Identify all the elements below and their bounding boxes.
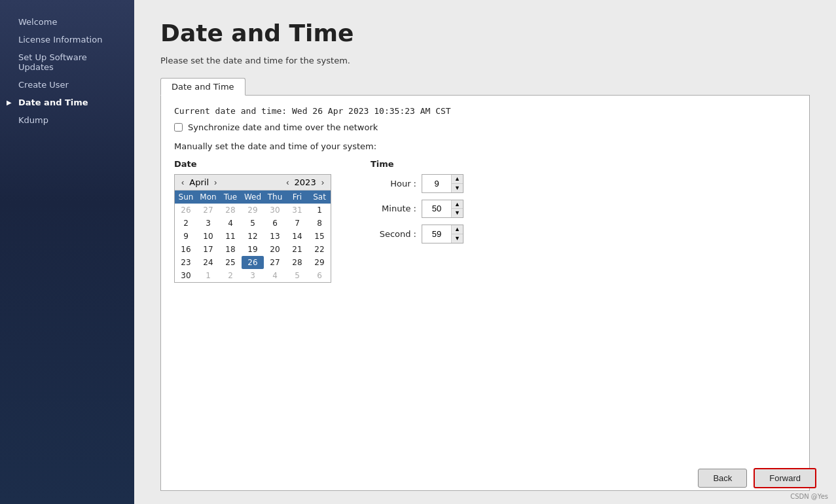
sidebar-item-create-user[interactable]: Create User [0,76,134,94]
minute-spinner: ▲ ▼ [422,200,463,219]
cal-day[interactable]: 18 [219,243,242,256]
next-month-btn[interactable]: › [211,177,219,187]
footer-credit: CSDN @Yes [790,493,828,500]
forward-button[interactable]: Forward [754,468,816,488]
manually-label: Manually set the date and time of your s… [174,141,796,151]
tab-header: Date and Time [160,77,810,95]
cal-day[interactable]: 6 [264,217,286,230]
second-input[interactable] [422,228,451,240]
sidebar-item-license[interactable]: License Information [0,31,134,48]
calendar-section: Date ‹ April › ‹ 2023 › [174,159,331,283]
sidebar-item-date-time[interactable]: Date and Time [0,94,134,111]
tab-content: Current date and time: Wed 26 Apr 2023 1… [160,95,810,491]
cal-day[interactable]: 24 [197,256,219,269]
second-up-btn[interactable]: ▲ [452,225,463,234]
cal-day[interactable]: 28 [219,204,242,217]
sidebar-item-software-updates[interactable]: Set Up Software Updates [0,48,134,76]
time-section: Time Hour : ▲ ▼ Minute : [371,159,463,250]
cal-day[interactable]: 30 [264,204,286,217]
cal-day[interactable]: 3 [197,217,219,230]
main-content: Date and Time Please set the date and ti… [134,0,836,504]
sync-row: Synchronize date and time over the netwo… [174,122,796,132]
minute-down-btn[interactable]: ▼ [452,209,463,217]
cal-day[interactable]: 1 [197,269,219,282]
cal-day[interactable]: 23 [175,256,197,269]
back-button[interactable]: Back [698,469,747,488]
cal-day[interactable]: 27 [264,256,286,269]
month-nav: ‹ April › [179,177,219,187]
tab-date-time[interactable]: Date and Time [160,78,245,96]
next-year-btn[interactable]: › [319,177,327,187]
cal-day[interactable]: 3 [242,269,264,282]
cal-day[interactable]: 19 [242,243,264,256]
footer: Back Forward [698,459,816,491]
cal-day[interactable]: 26 [242,256,264,269]
cal-day[interactable]: 15 [308,230,331,243]
cal-day[interactable]: 2 [219,269,242,282]
sync-checkbox[interactable] [174,123,183,132]
cal-day[interactable]: 5 [242,217,264,230]
cal-header-tue: Tue [219,190,242,204]
minute-input[interactable] [422,202,451,215]
calendar-grid: SunMonTueWedThuFriSat 262728293031123456… [175,190,331,282]
cal-day[interactable]: 4 [264,269,286,282]
calendar: ‹ April › ‹ 2023 › SunMonTueWedThuF [174,174,331,283]
year-label: 2023 [295,177,316,187]
hour-input[interactable] [422,177,451,190]
cal-day[interactable]: 30 [175,269,197,282]
cal-day[interactable]: 9 [175,230,197,243]
cal-day[interactable]: 14 [286,230,308,243]
minute-up-btn[interactable]: ▲ [452,200,463,209]
cal-day[interactable]: 16 [175,243,197,256]
cal-day[interactable]: 1 [308,204,331,217]
cal-day[interactable]: 17 [197,243,219,256]
cal-day[interactable]: 8 [308,217,331,230]
minute-spinner-btns: ▲ ▼ [451,200,463,218]
cal-day[interactable]: 26 [175,204,197,217]
cal-day[interactable]: 21 [286,243,308,256]
cal-day[interactable]: 28 [286,256,308,269]
cal-header-wed: Wed [242,190,264,204]
minute-row: Minute : ▲ ▼ [371,200,463,219]
cal-day[interactable]: 31 [286,204,308,217]
cal-day[interactable]: 29 [308,256,331,269]
sync-label: Synchronize date and time over the netwo… [188,122,378,132]
cal-day[interactable]: 5 [286,269,308,282]
second-down-btn[interactable]: ▼ [452,234,463,243]
sidebar-item-welcome[interactable]: Welcome [0,13,134,31]
subtitle: Please set the date and time for the sys… [160,56,810,65]
cal-day[interactable]: 20 [264,243,286,256]
cal-day[interactable]: 25 [219,256,242,269]
cal-day[interactable]: 10 [197,230,219,243]
year-nav: ‹ 2023 › [283,177,327,187]
second-spinner-btns: ▲ ▼ [451,225,463,243]
cal-header-sat: Sat [308,190,331,204]
cal-day[interactable]: 11 [219,230,242,243]
cal-day[interactable]: 27 [197,204,219,217]
cal-day[interactable]: 12 [242,230,264,243]
cal-day[interactable]: 7 [286,217,308,230]
cal-day[interactable]: 2 [175,217,197,230]
hour-down-btn[interactable]: ▼ [452,184,463,192]
prev-month-btn[interactable]: ‹ [179,177,187,187]
cal-day[interactable]: 22 [308,243,331,256]
prev-year-btn[interactable]: ‹ [283,177,291,187]
sidebar-item-kdump[interactable]: Kdump [0,111,134,129]
date-time-row: Date ‹ April › ‹ 2023 › [174,159,796,283]
cal-day[interactable]: 13 [264,230,286,243]
current-datetime: Current date and time: Wed 26 Apr 2023 1… [174,106,796,116]
hour-row: Hour : ▲ ▼ [371,174,463,193]
cal-day[interactable]: 4 [219,217,242,230]
second-spinner: ▲ ▼ [422,225,463,243]
cal-day[interactable]: 29 [242,204,264,217]
cal-header-mon: Mon [197,190,219,204]
hour-spinner: ▲ ▼ [422,174,463,193]
tab-area: Date and Time Current date and time: Wed… [160,77,810,491]
month-label: April [189,177,209,187]
time-section-label: Time [371,159,463,169]
cal-header-thu: Thu [264,190,286,204]
sidebar: WelcomeLicense InformationSet Up Softwar… [0,0,134,504]
hour-up-btn[interactable]: ▲ [452,175,463,184]
cal-header-fri: Fri [286,190,308,204]
cal-day[interactable]: 6 [308,269,331,282]
